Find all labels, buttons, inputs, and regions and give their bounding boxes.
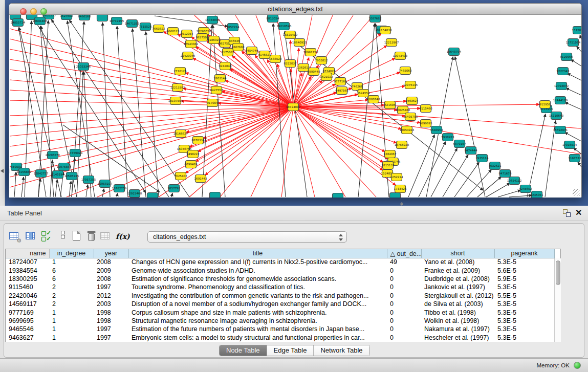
graph-node[interactable]: 15495798 <box>403 113 418 121</box>
graph-node[interactable]: 12444129 <box>553 97 568 104</box>
table-scrollbar[interactable] <box>554 258 561 342</box>
graph-node[interactable]: 20206576 <box>46 151 60 159</box>
graph-node[interactable]: 7485063 <box>399 67 412 75</box>
graph-node[interactable]: 18756928 <box>395 141 409 149</box>
graph-node[interactable]: 9115460 <box>420 105 432 113</box>
graph-node[interactable]: 12975115 <box>403 81 418 89</box>
delete-column-icon[interactable] <box>85 230 98 243</box>
graph-node[interactable]: 7632621 <box>489 162 502 170</box>
graph-node[interactable]: 2087682 <box>369 15 382 23</box>
graph-node[interactable]: 16543382 <box>184 40 198 48</box>
graph-node[interactable]: 13156889 <box>17 168 32 176</box>
graph-node[interactable]: 12213967 <box>384 39 399 47</box>
graph-node[interactable]: 16210643 <box>549 112 564 120</box>
graph-node[interactable]: 15654923 <box>400 126 415 134</box>
table-scrollbar-thumb[interactable] <box>556 260 560 285</box>
graph-node[interactable]: 7857224 <box>227 24 239 31</box>
graph-node[interactable]: 3624554 <box>357 90 370 97</box>
graph-node[interactable]: 1691443 <box>194 175 207 183</box>
graph-node[interactable]: 12505135 <box>64 172 79 180</box>
table-row[interactable]: 1456911722003Disruption of a novel membe… <box>6 300 554 308</box>
graph-node[interactable]: 18107554 <box>168 97 183 105</box>
column-header[interactable]: year <box>94 249 128 258</box>
graph-node[interactable]: 17016514 <box>562 141 577 149</box>
column-header[interactable]: in_degree <box>49 249 94 258</box>
graph-node[interactable]: 8322037 <box>284 60 297 68</box>
select-all-columns-icon[interactable]: ▢✓▢✓ <box>41 230 53 243</box>
graph-node[interactable]: 10975887 <box>57 163 72 171</box>
hide-columns-icon[interactable] <box>57 230 69 243</box>
graph-node[interactable]: 1252214 <box>390 173 403 181</box>
graph-node[interactable]: 8813054 <box>267 15 279 23</box>
graph-node[interactable]: 14671355 <box>125 20 140 28</box>
graph-node[interactable]: 12923468 <box>127 190 142 198</box>
network-canvas[interactable]: 1065325715276028466160107191551467135575… <box>9 15 581 198</box>
graph-node[interactable]: 9427552 <box>210 86 223 94</box>
graph-node[interactable]: 7625402 <box>175 172 187 180</box>
graph-node[interactable]: 16033809 <box>205 16 220 24</box>
collapse-panel-icon[interactable] <box>1 169 4 173</box>
table-row[interactable]: 1872400712008Changes of HCN gene express… <box>6 258 554 266</box>
graph-node[interactable]: 7663822 <box>153 25 165 33</box>
graph-node[interactable]: 12042757 <box>34 170 49 178</box>
graph-node[interactable] <box>390 193 401 198</box>
graph-node[interactable]: 22420046 <box>181 52 195 60</box>
graph-node[interactable]: 1284067 <box>384 150 397 158</box>
graph-node[interactable]: 15751074 <box>566 39 581 47</box>
graph-node[interactable]: 1815132 <box>382 162 395 169</box>
graph-node[interactable]: 18325419 <box>283 31 298 39</box>
graph-node[interactable]: 1154838 <box>379 27 392 34</box>
graph-node[interactable]: 15692971 <box>553 126 568 134</box>
column-header[interactable]: pagerank <box>494 249 554 258</box>
graph-node[interactable]: 24055724 <box>11 19 26 27</box>
graph-node[interactable]: 1527602 <box>60 15 73 20</box>
graph-node[interactable]: 8912954 <box>181 30 193 38</box>
graph-node[interactable]: 18640910 <box>292 39 307 47</box>
graph-node[interactable]: 9245051 <box>531 191 543 198</box>
graph-node[interactable]: 6497568 <box>336 87 349 95</box>
create-column-icon[interactable] <box>71 230 83 243</box>
tab-edge-table[interactable]: Edge Table <box>267 345 314 356</box>
graph-node[interactable]: 9827503 <box>196 34 209 41</box>
table-row[interactable]: 1938455462009Genome-wide association stu… <box>6 266 554 274</box>
column-header[interactable]: △ out_de... <box>387 249 421 258</box>
graph-node[interactable]: 9242848 <box>219 62 232 70</box>
graph-node[interactable]: 19166827 <box>173 130 188 138</box>
graph-node[interactable]: 9463627 <box>406 97 419 105</box>
table-options-icon[interactable]: ⚙ <box>8 230 20 243</box>
graph-node[interactable]: 16782759 <box>112 185 127 192</box>
graph-node[interactable]: 5938923 <box>442 134 454 141</box>
network-view-window[interactable]: citations_edges.txt 10653257152760284661… <box>9 3 582 198</box>
graph-node[interactable] <box>147 193 158 198</box>
graph-node[interactable] <box>333 193 343 198</box>
graph-node[interactable]: 8471676 <box>499 170 512 178</box>
graph-node[interactable]: 16648794 <box>447 48 462 56</box>
tab-node-table[interactable]: Node Table <box>220 345 267 356</box>
graph-node[interactable]: 1167533 <box>569 155 581 162</box>
graph-node[interactable]: 915958 <box>539 101 551 108</box>
memory-status-icon[interactable] <box>574 362 581 369</box>
table-row[interactable]: 1830029562008Estimation of significance … <box>6 275 554 283</box>
graph-node[interactable]: 9699695 <box>420 120 432 127</box>
graph-node[interactable]: 8878334 <box>192 137 205 144</box>
graph-node[interactable]: 6099489 <box>185 161 198 168</box>
table-row[interactable]: 2242004622012Investigating the contribut… <box>6 292 554 300</box>
table-row[interactable]: 969969511998Structural magnetic resonanc… <box>6 317 554 325</box>
show-columns-icon[interactable] <box>25 230 37 243</box>
graph-node[interactable]: 1588520 <box>269 55 282 63</box>
graph-node[interactable]: 1145194 <box>52 171 64 179</box>
graph-node[interactable]: 9474444 <box>465 147 477 155</box>
graph-node[interactable]: 20691406 <box>33 17 48 25</box>
graph-node[interactable]: 12093872 <box>554 82 569 90</box>
graph-node[interactable]: 7955812 <box>315 57 328 64</box>
network-table-select[interactable]: citations_edges.txt <box>147 231 347 243</box>
graph-node[interactable]: 8990448 <box>308 68 320 76</box>
graph-node[interactable]: 9777169 <box>334 78 347 85</box>
import-table-icon[interactable] <box>99 230 112 243</box>
graph-node[interactable]: 19218596 <box>277 23 292 30</box>
graph-node[interactable]: 17359924 <box>68 149 83 157</box>
graph-node[interactable]: 9857791 <box>168 185 181 192</box>
float-window-icon[interactable] <box>563 209 571 217</box>
panel-splitter-handle[interactable] <box>400 202 404 206</box>
column-header[interactable]: title <box>128 249 387 258</box>
